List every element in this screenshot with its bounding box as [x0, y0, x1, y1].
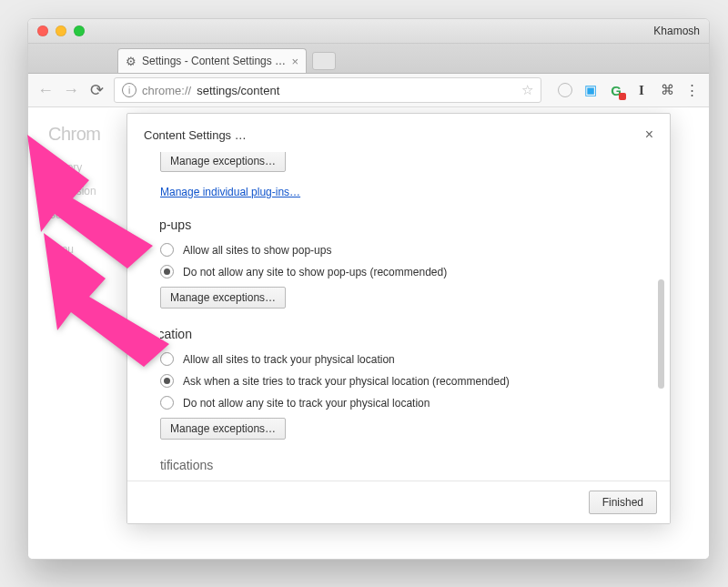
radio-label: Ask when a site tries to track your phys… [183, 375, 510, 388]
location-heading: Location [160, 327, 644, 341]
browser-window: Khamosh ⚙ Settings - Content Settings … … [27, 18, 710, 560]
settings-page: Chrom History Extension Settings Abou Co… [28, 107, 709, 559]
location-option-allow[interactable]: Allow all sites to track your physical l… [160, 352, 644, 366]
modal-close-icon[interactable]: × [645, 127, 653, 143]
radio-label: Allow all sites to show pop-ups [183, 244, 331, 257]
minimize-window-button[interactable] [56, 25, 66, 36]
url-scheme: chrome:// [142, 84, 191, 97]
content-settings-modal: Content Settings … × Manage exceptions… … [126, 113, 671, 524]
radio-off-icon [160, 396, 174, 410]
finished-button[interactable]: Finished [589, 491, 657, 514]
notifications-section: Notifications [160, 458, 644, 472]
popups-section: Pop-ups Allow all sites to show pop-ups … [160, 218, 644, 309]
tab-title: Settings - Content Settings … [142, 55, 286, 67]
location-option-block[interactable]: Do not allow any site to track your phys… [160, 396, 644, 410]
reload-button[interactable]: ⟳ [88, 80, 105, 100]
popups-manage-exceptions-button[interactable]: Manage exceptions… [160, 287, 286, 309]
plugins-manage-exceptions-button[interactable]: Manage exceptions… [160, 152, 286, 172]
extension-bug-icon[interactable]: ⌘ [660, 83, 674, 97]
extension-icons: ▣ G I ⌘ ⋮ [558, 83, 700, 97]
back-button[interactable]: ← [37, 81, 54, 100]
forward-button[interactable]: → [63, 81, 79, 100]
gear-icon: ⚙ [126, 55, 136, 68]
extension-green-icon[interactable]: G [609, 83, 623, 97]
radio-label: Do not allow any site to show pop-ups (r… [183, 266, 447, 278]
zoom-window-button[interactable] [74, 25, 85, 36]
extension-camera-icon[interactable]: ▣ [583, 83, 598, 97]
notifications-heading: Notifications [160, 458, 644, 472]
location-manage-exceptions-button[interactable]: Manage exceptions… [160, 418, 286, 440]
close-window-button[interactable] [37, 25, 48, 36]
radio-on-icon [160, 265, 174, 278]
tab-strip: ⚙ Settings - Content Settings … × [28, 44, 709, 74]
chrome-menu-icon[interactable]: ⋮ [685, 83, 700, 97]
popups-heading: Pop-ups [160, 218, 644, 232]
site-info-icon[interactable]: i [122, 83, 136, 97]
window-titlebar: Khamosh [28, 19, 709, 44]
radio-label: Allow all sites to track your physical l… [183, 353, 395, 366]
location-option-ask[interactable]: Ask when a site tries to track your phys… [160, 374, 644, 388]
new-tab-button[interactable] [312, 52, 336, 70]
url-path: settings/content [197, 84, 279, 97]
popups-option-allow[interactable]: Allow all sites to show pop-ups [160, 243, 644, 257]
tab-close-icon[interactable]: × [291, 56, 298, 67]
modal-body: Manage exceptions… Manage individual plu… [127, 152, 670, 481]
popups-option-block[interactable]: Do not allow any site to show pop-ups (r… [160, 265, 644, 278]
location-section: Location Allow all sites to track your p… [160, 327, 644, 440]
address-bar[interactable]: i chrome://settings/content ☆ [114, 77, 541, 103]
window-controls [37, 25, 85, 36]
modal-header: Content Settings … × [127, 114, 670, 152]
radio-on-icon [160, 374, 174, 388]
modal-scrollbar-thumb[interactable] [658, 279, 664, 389]
browser-toolbar: ← → ⟳ i chrome://settings/content ☆ ▣ G … [28, 74, 709, 107]
extension-instapaper-icon[interactable]: I [634, 83, 649, 97]
modal-title: Content Settings … [144, 128, 247, 142]
manage-plugins-link[interactable]: Manage individual plug-ins… [160, 186, 300, 198]
radio-label: Do not allow any site to track your phys… [183, 397, 430, 410]
radio-off-icon [160, 243, 174, 257]
modal-footer: Finished [127, 481, 670, 523]
radio-off-icon [160, 352, 174, 366]
tab-settings[interactable]: ⚙ Settings - Content Settings … × [117, 48, 307, 73]
profile-name[interactable]: Khamosh [653, 25, 700, 37]
extension-circle-icon[interactable] [558, 83, 572, 97]
bookmark-star-icon[interactable]: ☆ [521, 82, 533, 98]
